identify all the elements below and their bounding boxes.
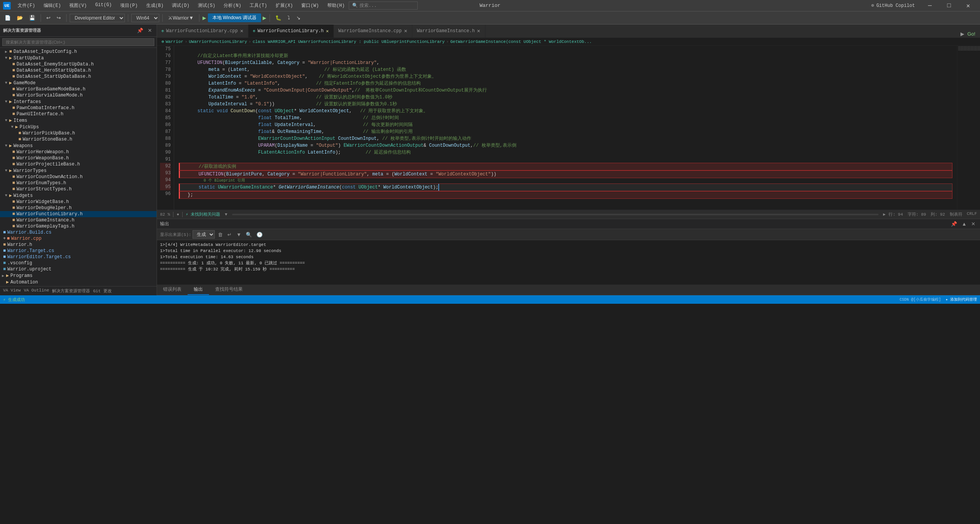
- sidebar-tab-va-outline[interactable]: VA Outline: [24, 288, 49, 294]
- menu-debug[interactable]: 调试(D): [168, 2, 193, 10]
- output-clock-button[interactable]: 🕐: [255, 231, 264, 238]
- list-item[interactable]: ■ WarriorEditor.Target.cs: [0, 254, 157, 260]
- tab-close-button[interactable]: ✕: [477, 28, 480, 34]
- list-item[interactable]: ▼ ▶ Widgets: [0, 192, 157, 199]
- tab-warrior-function-library-cpp[interactable]: ⊕ WarriorFunctionLibrary.cpp ✕: [157, 25, 248, 38]
- list-item[interactable]: ■ WarriorWidgetBase.h: [0, 199, 157, 205]
- breadcrumb-part4[interactable]: GetWarriorGameInstance(const UObject * W…: [450, 39, 592, 44]
- menu-test[interactable]: 测试(S): [194, 2, 219, 10]
- sidebar-tab-va-view[interactable]: VA View: [3, 288, 21, 294]
- run-label-button[interactable]: 本地 Windows 调试器: [208, 13, 261, 22]
- open-file-button[interactable]: 📂: [15, 14, 25, 22]
- list-item[interactable]: ■ DataAsset_EnemyStartUpData.h: [0, 61, 157, 67]
- output-clear-button[interactable]: 🗑: [216, 231, 224, 238]
- sidebar-pin-button[interactable]: 📌: [136, 27, 145, 34]
- right-scroll-button[interactable]: ▶: [883, 212, 886, 217]
- breadcrumb-part3[interactable]: class WARRIOR_API UWarriorFunctionLibrar…: [253, 39, 445, 44]
- new-file-button[interactable]: 📄: [2, 14, 13, 22]
- config-dropdown[interactable]: Development Editor: [70, 14, 125, 22]
- menu-window[interactable]: 窗口(W): [297, 2, 323, 10]
- menu-project[interactable]: 项目(P): [116, 2, 142, 10]
- save-button[interactable]: 💾: [27, 14, 38, 22]
- code-content[interactable]: //自定义Latent事件用来计算技能冷却更新 UFUNCTION(Bluepr…: [174, 46, 957, 210]
- list-item[interactable]: ▼ ▶ PickUps: [0, 124, 157, 130]
- output-filter-button[interactable]: ▼: [235, 231, 243, 238]
- bottom-tab-output[interactable]: 输出: [188, 285, 209, 295]
- zoom-slider[interactable]: ●: [176, 212, 179, 217]
- breadcrumb-part2[interactable]: UWarriorFunctionLibrary: [189, 39, 247, 44]
- undo-button[interactable]: ↩: [44, 14, 53, 22]
- list-item[interactable]: ■ WarriorPickUpBase.h: [0, 130, 157, 136]
- list-item[interactable]: ▼ ▶ Weapons: [0, 142, 157, 149]
- tab-warrior-game-instance-h[interactable]: WarriorGameInstance.h ✕: [412, 25, 485, 38]
- sidebar-tab-solution-explorer[interactable]: 解决方案资源管理器: [52, 288, 90, 294]
- redo-button[interactable]: ↪: [54, 14, 63, 22]
- breadcrumb-part1[interactable]: Warrior: [166, 39, 183, 44]
- tab-warrior-function-library-h[interactable]: ⊕ WarriorFunctionLibrary.h ✕: [248, 25, 334, 38]
- sidebar-close-button[interactable]: ✕: [146, 27, 154, 34]
- tab-close-button[interactable]: ✕: [240, 28, 243, 34]
- list-item[interactable]: ■ WarriorSurvialGameMode.h: [0, 92, 157, 98]
- menu-git[interactable]: Git(G): [91, 2, 116, 10]
- close-button[interactable]: ✕: [959, 0, 977, 11]
- sidebar-tab-git-changes[interactable]: Git 更改: [93, 288, 111, 294]
- list-item[interactable]: ■ WarriorFunctionLibrary.h: [0, 211, 157, 217]
- menu-extensions[interactable]: 扩展(X): [272, 2, 297, 10]
- step-over-button[interactable]: ⤵: [285, 14, 292, 22]
- run-button[interactable]: ▶: [203, 14, 206, 22]
- list-item[interactable]: ■ PawnCombatInterface.h: [0, 105, 157, 111]
- platform-dropdown[interactable]: Win64: [131, 14, 159, 22]
- title-search[interactable]: 🔍 搜索...: [349, 2, 418, 10]
- tab-warrior-game-instance-cpp[interactable]: WarriorGameInstance.cpp ✕: [334, 25, 412, 38]
- go-button[interactable]: Go!: [966, 30, 977, 38]
- tab-scroll-right[interactable]: ▶: [959, 30, 966, 38]
- list-item[interactable]: + ■ Warrior.cpp: [0, 236, 157, 242]
- sidebar-search-input[interactable]: [2, 38, 154, 46]
- output-source-dropdown[interactable]: 生成: [193, 230, 215, 239]
- output-expand-button[interactable]: ▲: [960, 220, 968, 228]
- github-copilot[interactable]: ⊙ GitHub Copilot: [868, 3, 918, 8]
- list-item[interactable]: ■ WarriorStructTypes.h: [0, 186, 157, 192]
- list-item[interactable]: ■ WarriorDebugHelper.h: [0, 205, 157, 211]
- list-item[interactable]: ▼ ▶ Interfaces: [0, 98, 157, 105]
- filter-button[interactable]: ▼: [225, 212, 227, 217]
- list-item[interactable]: ▶ ▶ Programs: [0, 272, 157, 279]
- menu-analyze[interactable]: 分析(N): [220, 2, 245, 10]
- project-dropdown[interactable]: ⚔ Warrior ▼: [166, 14, 196, 22]
- tab-close-button[interactable]: ✕: [404, 28, 407, 34]
- list-item[interactable]: ▼ ▶ GameMode: [0, 80, 157, 86]
- run-arrow-button[interactable]: ▶: [263, 14, 266, 22]
- list-item[interactable]: ■ DataAsset_StartUpDataBase.h: [0, 74, 157, 80]
- list-item[interactable]: ▼ ▶ StartUpData: [0, 55, 157, 61]
- menu-build[interactable]: 生成(B): [142, 2, 168, 10]
- bottom-tab-find-symbols[interactable]: 查找符号结果: [209, 285, 249, 295]
- list-item[interactable]: ■ WarriorGameplayTags.h: [0, 223, 157, 229]
- list-item[interactable]: ■ Warrior.h: [0, 242, 157, 248]
- bottom-tab-errors[interactable]: 错误列表: [157, 285, 188, 295]
- list-item[interactable]: ■ .vsconfig: [0, 260, 157, 266]
- list-item[interactable]: ■ WarriorStoneBase.h: [0, 136, 157, 142]
- menu-tools[interactable]: 工具(T): [246, 2, 271, 10]
- list-item[interactable]: ■ WarriorBaseGameModeBase.h: [0, 86, 157, 92]
- output-pin-button[interactable]: 📌: [949, 220, 959, 228]
- list-item[interactable]: ■ WarriorGameInstance.h: [0, 217, 157, 223]
- list-item[interactable]: ▼ ▶ Items: [0, 117, 157, 124]
- list-item[interactable]: ▶ ■ DataAsset_InputConfig.h: [0, 49, 157, 55]
- list-item[interactable]: ■ Warrior.uproject: [0, 266, 157, 272]
- list-item[interactable]: ■ DataAsset_HeroStartUpData.h: [0, 67, 157, 74]
- list-item[interactable]: ■ WarriorEnumTypes.h: [0, 180, 157, 186]
- step-in-button[interactable]: ↘: [294, 14, 303, 22]
- debug-button[interactable]: 🐛: [273, 14, 284, 22]
- list-item[interactable]: ■ WarriorCountDownAction.h: [0, 174, 157, 180]
- menu-view[interactable]: 视图(V): [65, 2, 91, 10]
- list-item[interactable]: ■ PawnUIInterface.h: [0, 111, 157, 117]
- list-item[interactable]: ▼ ▶ WarriorTypes: [0, 167, 157, 174]
- list-item[interactable]: ■ WarriorWeaponBase.h: [0, 155, 157, 161]
- output-search-button[interactable]: 🔍: [244, 231, 253, 238]
- menu-help[interactable]: 帮助(H): [323, 2, 349, 10]
- maximize-button[interactable]: □: [940, 0, 958, 11]
- menu-edit[interactable]: 编辑(E): [40, 2, 65, 10]
- menu-file[interactable]: 文件(F): [14, 2, 39, 10]
- list-item[interactable]: ■ Warrior.Build.cs: [0, 229, 157, 236]
- list-item[interactable]: ■ Warrior.Target.cs: [0, 248, 157, 254]
